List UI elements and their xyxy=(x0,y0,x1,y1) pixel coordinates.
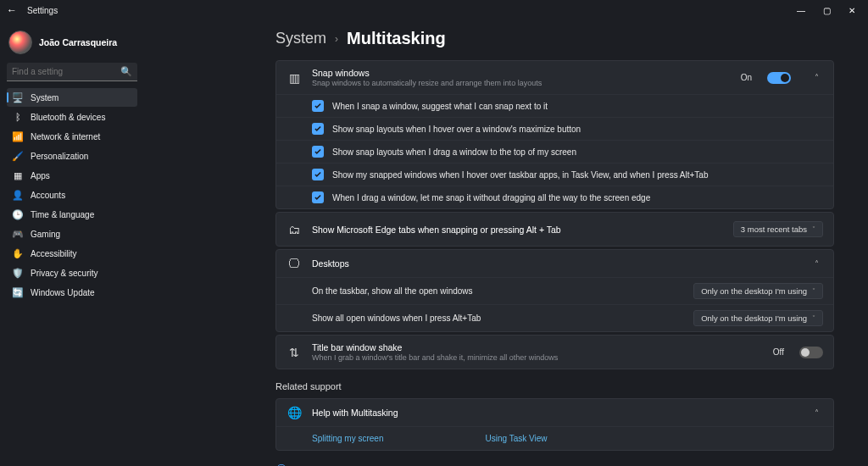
desktops-dropdown[interactable]: Only on the desktop I'm using˅ xyxy=(693,310,823,326)
shake-header[interactable]: ⇅ Title bar window shake When I grab a w… xyxy=(276,336,833,369)
related-support-heading: Related support xyxy=(275,381,834,391)
snap-layouts-icon: ▥ xyxy=(287,71,302,85)
checkbox[interactable] xyxy=(312,169,324,180)
profile[interactable]: João Carrasqueira xyxy=(7,27,137,63)
checkbox[interactable] xyxy=(312,191,324,203)
nav-icon: 🎮 xyxy=(12,229,24,240)
desktops-dd-value: Only on the desktop I'm using xyxy=(701,286,807,296)
page-title: Multitasking xyxy=(347,29,446,48)
shake-toggle[interactable] xyxy=(799,347,823,358)
snap-option-label: When I drag a window, let me snap it wit… xyxy=(332,193,823,202)
avatar xyxy=(8,31,32,54)
nav-icon: 🛡️ xyxy=(12,268,24,279)
nav-icon: 📶 xyxy=(12,131,24,142)
nav-label: Gaming xyxy=(31,230,60,239)
edge-tabs-card: 🗂 Show Microsoft Edge tabs when snapping… xyxy=(275,212,834,247)
desktops-card: 🖵 Desktops ˄ On the taskbar, show all th… xyxy=(275,249,834,332)
sidebar-item-gaming[interactable]: 🎮Gaming xyxy=(7,225,137,243)
link-splitting-screen[interactable]: Splitting my screen xyxy=(312,434,383,443)
nav-label: Accounts xyxy=(31,191,65,200)
shake-card: ⇅ Title bar window shake When I grab a w… xyxy=(275,335,834,369)
nav-label: Personalization xyxy=(31,152,88,161)
edge-tabs-row: 🗂 Show Microsoft Edge tabs when snapping… xyxy=(276,213,833,246)
desktops-icon: 🖵 xyxy=(287,257,302,270)
snap-toggle[interactable] xyxy=(767,72,791,84)
desktops-dropdown[interactable]: Only on the desktop I'm using˅ xyxy=(693,283,823,299)
desktops-row-label: On the taskbar, show all the open window… xyxy=(312,286,685,296)
edge-tabs-dropdown[interactable]: 3 most recent tabs ˅ xyxy=(733,221,823,237)
help-header[interactable]: 🌐 Help with Multitasking ˄ xyxy=(276,399,833,426)
desktops-dd-value: Only on the desktop I'm using xyxy=(701,313,807,323)
help-title: Help with Multitasking xyxy=(312,408,791,418)
nav-icon: ▦ xyxy=(12,170,24,181)
profile-name: João Carrasqueira xyxy=(39,37,117,47)
shake-icon: ⇅ xyxy=(287,346,302,359)
chevron-down-icon: ˅ xyxy=(812,314,815,322)
snap-option-row: Show snap layouts when I drag a window t… xyxy=(276,140,833,163)
search-icon: 🔍 xyxy=(120,66,132,77)
snap-option-label: Show snap layouts when I hover over a wi… xyxy=(332,125,823,134)
chevron-up-icon[interactable]: ˄ xyxy=(810,408,823,418)
sidebar-item-network-internet[interactable]: 📶Network & internet xyxy=(7,127,137,146)
nav-icon: ✋ xyxy=(12,248,24,259)
desktops-header[interactable]: 🖵 Desktops ˄ xyxy=(276,250,833,277)
chevron-down-icon: ˅ xyxy=(812,225,815,233)
checkbox[interactable] xyxy=(312,123,324,135)
sidebar-item-accessibility[interactable]: ✋Accessibility xyxy=(7,244,137,263)
snap-option-row: When I snap a window, suggest what I can… xyxy=(276,94,833,117)
desktops-title: Desktops xyxy=(312,258,791,269)
nav-label: Network & internet xyxy=(31,132,100,141)
snap-option-row: Show snap layouts when I hover over a wi… xyxy=(276,117,833,140)
shake-sub: When I grab a window's title bar and sha… xyxy=(312,353,763,362)
desktops-row: On the taskbar, show all the open window… xyxy=(276,277,833,304)
sidebar-item-accounts[interactable]: 👤Accounts xyxy=(7,186,137,204)
support-icon: ⓘ xyxy=(275,463,287,466)
breadcrumb: System › Multitasking xyxy=(275,29,834,48)
snap-option-label: Show my snapped windows when I hover ove… xyxy=(332,170,823,180)
shake-state-label: Off xyxy=(773,347,784,357)
sidebar-nav: 🖥️SystemᛒBluetooth & devices📶Network & i… xyxy=(7,88,137,302)
chevron-down-icon: ˅ xyxy=(812,287,815,295)
sidebar-item-bluetooth-devices[interactable]: ᛒBluetooth & devices xyxy=(7,108,137,126)
snap-sub: Snap windows to automatically resize and… xyxy=(312,79,731,87)
nav-label: Privacy & security xyxy=(31,269,97,278)
nav-icon: 🔄 xyxy=(12,287,24,298)
desktops-row-label: Show all open windows when I press Alt+T… xyxy=(312,313,685,323)
snap-option-row: When I drag a window, let me snap it wit… xyxy=(276,186,833,208)
snap-windows-card: ▥ Snap windows Snap windows to automatic… xyxy=(275,60,834,209)
snap-option-row: Show my snapped windows when I hover ove… xyxy=(276,163,833,186)
nav-icon: 🖥️ xyxy=(12,92,24,103)
nav-label: Apps xyxy=(31,171,50,180)
sidebar-item-apps[interactable]: ▦Apps xyxy=(7,166,137,185)
edge-dd-value: 3 most recent tabs xyxy=(741,225,807,234)
sidebar-item-privacy-security[interactable]: 🛡️Privacy & security xyxy=(7,264,137,282)
chevron-up-icon[interactable]: ˄ xyxy=(810,259,823,269)
chevron-up-icon[interactable]: ˄ xyxy=(810,73,823,82)
sidebar-item-personalization[interactable]: 🖌️Personalization xyxy=(7,147,137,165)
snap-windows-header[interactable]: ▥ Snap windows Snap windows to automatic… xyxy=(276,61,833,94)
desktops-row: Show all open windows when I press Alt+T… xyxy=(276,304,833,331)
nav-label: System xyxy=(31,93,58,103)
close-button[interactable]: ✕ xyxy=(839,2,865,19)
breadcrumb-parent[interactable]: System xyxy=(275,30,326,47)
snap-title: Snap windows xyxy=(312,68,731,78)
minimize-button[interactable]: — xyxy=(788,2,814,19)
maximize-button[interactable]: ▢ xyxy=(814,2,839,19)
sidebar-item-time-language[interactable]: 🕒Time & language xyxy=(7,205,137,224)
back-button[interactable]: ← xyxy=(3,2,20,19)
nav-label: Bluetooth & devices xyxy=(31,113,105,122)
sidebar-item-windows-update[interactable]: 🔄Windows Update xyxy=(7,283,137,302)
nav-icon: 🖌️ xyxy=(12,151,24,162)
chevron-right-icon: › xyxy=(335,33,338,45)
search-input[interactable] xyxy=(7,63,137,81)
nav-icon: 👤 xyxy=(12,190,24,201)
titlebar-app-name: Settings xyxy=(27,6,58,15)
link-using-task-view[interactable]: Using Task View xyxy=(485,434,547,443)
shake-title: Title bar window shake xyxy=(312,342,763,352)
checkbox[interactable] xyxy=(312,146,324,158)
tabs-icon: 🗂 xyxy=(287,223,302,236)
checkbox[interactable] xyxy=(312,100,324,112)
nav-icon: ᛒ xyxy=(12,112,24,122)
sidebar-item-system[interactable]: 🖥️System xyxy=(7,88,137,107)
snap-state-label: On xyxy=(741,73,752,82)
